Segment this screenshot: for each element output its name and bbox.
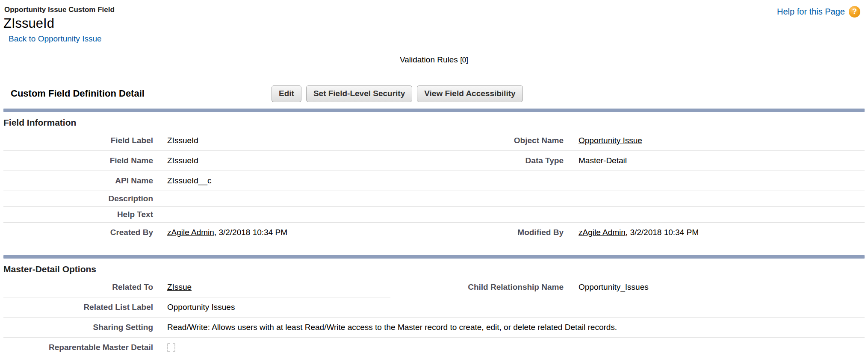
reparentable-master-detail-label: Reparentable Master Detail xyxy=(3,338,157,353)
page: Opportunity Issue Custom Field ZIssueId … xyxy=(0,0,868,353)
page-title: ZIssueId xyxy=(3,16,861,31)
child-relationship-name-value: Opportunity_Issues xyxy=(568,277,865,297)
help-text-label: Help Text xyxy=(3,207,157,223)
data-type-label: Data Type xyxy=(390,151,568,171)
field-label-value: ZIssueId xyxy=(157,131,390,151)
section-divider-bar xyxy=(3,255,865,259)
table-row: Sharing Setting Read/Write: Allows users… xyxy=(3,318,865,338)
detail-buttons: Edit Set Field-Level Security View Field… xyxy=(272,85,523,102)
master-detail-options-title: Master-Detail Options xyxy=(3,264,868,274)
reparentable-checkbox xyxy=(167,343,175,352)
help-text-value xyxy=(157,207,390,223)
table-row: Related List Label Opportunity Issues xyxy=(3,297,865,318)
object-name-link[interactable]: Opportunity Issue xyxy=(579,136,642,145)
table-row: Description xyxy=(3,191,865,207)
object-type-label: Opportunity Issue Custom Field xyxy=(4,5,861,15)
api-name-label: API Name xyxy=(3,171,157,191)
validation-rules-count: [0] xyxy=(460,56,468,64)
field-label-label: Field Label xyxy=(3,131,157,151)
table-row: Field Name ZIssueId Data Type Master-Det… xyxy=(3,151,865,171)
help-icon[interactable]: ? xyxy=(849,6,860,18)
api-name-value: ZIssueId__c xyxy=(157,171,390,191)
created-by-date: , 3/2/2018 10:34 PM xyxy=(214,228,287,237)
table-row: API Name ZIssueId__c xyxy=(3,171,865,191)
table-row: Field Label ZIssueId Object Name Opportu… xyxy=(3,131,865,151)
child-relationship-name-label: Child Relationship Name xyxy=(390,277,568,297)
set-field-level-security-button[interactable]: Set Field-Level Security xyxy=(306,85,412,102)
help-area: Help for this Page ? xyxy=(777,6,860,18)
table-row: Related To ZIssue Child Relationship Nam… xyxy=(3,277,865,297)
field-name-label: Field Name xyxy=(3,151,157,171)
help-link[interactable]: Help for this Page xyxy=(777,7,845,17)
modified-by-date: , 3/2/2018 10:34 PM xyxy=(626,228,699,237)
field-name-value: ZIssueId xyxy=(157,151,390,171)
related-to-value: ZIssue xyxy=(157,277,390,297)
related-list-label-value: Opportunity Issues xyxy=(157,297,865,318)
created-by-value: zAgile Admin, 3/2/2018 10:34 PM xyxy=(157,223,390,243)
object-name-label: Object Name xyxy=(390,131,568,151)
edit-button[interactable]: Edit xyxy=(272,85,301,102)
modified-by-user-link[interactable]: zAgile Admin xyxy=(579,228,626,237)
field-information-title: Field Information xyxy=(3,118,868,128)
detail-header: Custom Field Definition Detail Edit Set … xyxy=(0,83,868,104)
view-field-accessibility-button[interactable]: View Field Accessibility xyxy=(417,85,523,102)
page-header: Opportunity Issue Custom Field ZIssueId … xyxy=(0,0,868,44)
description-label: Description xyxy=(3,191,157,207)
sharing-setting-value: Read/Write: Allows users with at least R… xyxy=(157,318,865,338)
table-row: Help Text xyxy=(3,207,865,223)
related-to-label: Related To xyxy=(3,277,157,297)
table-row: Reparentable Master Detail xyxy=(3,338,865,353)
reparentable-master-detail-value xyxy=(157,338,865,353)
description-value xyxy=(157,191,390,207)
validation-rules-count-link[interactable]: 0 xyxy=(462,56,466,64)
validation-rules-row: Validation Rules [0] xyxy=(0,55,868,65)
data-type-value: Master-Detail xyxy=(568,151,865,171)
detail-section-title: Custom Field Definition Detail xyxy=(0,88,272,99)
related-list-label-label: Related List Label xyxy=(3,297,157,318)
table-row: Created By zAgile Admin, 3/2/2018 10:34 … xyxy=(3,223,865,243)
created-by-user-link[interactable]: zAgile Admin xyxy=(167,228,214,237)
bracket-right: ] xyxy=(466,56,468,64)
modified-by-label: Modified By xyxy=(390,223,568,243)
sharing-setting-label: Sharing Setting xyxy=(3,318,157,338)
modified-by-value: zAgile Admin, 3/2/2018 10:34 PM xyxy=(568,223,865,243)
related-to-link[interactable]: ZIssue xyxy=(167,282,192,291)
master-detail-options-table: Related To ZIssue Child Relationship Nam… xyxy=(3,277,865,353)
object-name-value: Opportunity Issue xyxy=(568,131,865,151)
section-divider-bar xyxy=(3,109,865,112)
field-information-table: Field Label ZIssueId Object Name Opportu… xyxy=(3,131,865,242)
created-by-label: Created By xyxy=(3,223,157,243)
validation-rules-link[interactable]: Validation Rules xyxy=(400,55,458,64)
back-link[interactable]: Back to Opportunity Issue xyxy=(9,34,102,43)
